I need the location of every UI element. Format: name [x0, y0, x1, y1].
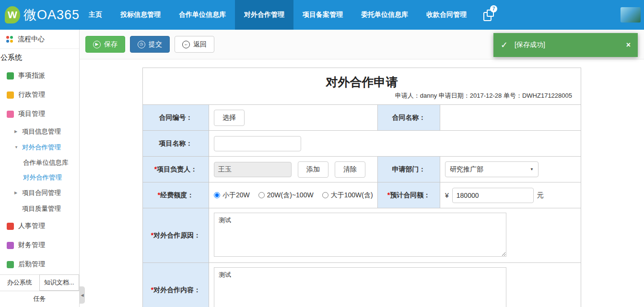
currency-symbol: ¥: [445, 192, 449, 199]
unit-label: 元: [537, 191, 544, 200]
budget-radio-group: 小于20W 20W(含)~100W 大于100W(含): [214, 191, 373, 200]
budget-radio-over-100w[interactable]: [322, 192, 328, 198]
caret-down-icon: ▼: [14, 145, 19, 149]
sidebar-bottom: 办公系统 知识文档... 任务: [0, 274, 79, 307]
sidebar-item-label: 行政管理: [18, 91, 45, 99]
admin-icon: [7, 91, 14, 99]
nav-item-external-cooperation[interactable]: 对外合作管理: [235, 0, 293, 30]
sidebar-item-task-assignment[interactable]: 事项指派: [0, 66, 79, 85]
budget-label-cell: *经费额度：: [143, 182, 209, 208]
reason-label: 对外合作原因：: [153, 231, 200, 239]
department-label-cell: 申请部门：: [378, 157, 440, 182]
leader-input[interactable]: [214, 162, 292, 177]
sidebar-tab-office-system[interactable]: 办公系统: [0, 275, 39, 291]
contract-name-label: 合同名称：: [392, 114, 426, 121]
reason-label-cell: *对外合作原因：: [143, 208, 209, 263]
budget-option-label: 大于100W(含): [331, 191, 373, 200]
sidebar-sub-project-quality[interactable]: 项目质量管理: [0, 201, 79, 216]
department-field-cell: 研究推广部 ▼: [440, 157, 581, 182]
topbar: W 微OA365 主页 投标信息管理 合作单位信息库 对外合作管理 项目备案管理…: [0, 0, 644, 30]
nav-item-label: 投标信息管理: [120, 11, 161, 19]
sidebar-task-panel[interactable]: 任务: [0, 291, 79, 307]
sidebar-item-project[interactable]: 项目管理: [0, 104, 79, 124]
amount-label-cell: *预计合同额：: [378, 182, 440, 208]
sidebar-item-label: 对外合作管理: [22, 143, 61, 152]
nav-item-home[interactable]: 主页: [80, 0, 111, 30]
department-select[interactable]: 研究推广部 ▼: [445, 161, 539, 177]
submit-button-label: 提交: [149, 40, 162, 49]
user-avatar[interactable]: [621, 7, 641, 23]
save-success-toast: ✓ [保存成功] ×: [493, 33, 638, 57]
nav-item-label: 项目备案管理: [303, 11, 343, 19]
sidebar-item-hr[interactable]: 人事管理: [0, 216, 79, 236]
sidebar-sub-project-info[interactable]: ▶ 项目信息管理: [0, 124, 79, 139]
check-icon: ✓: [501, 40, 508, 50]
content-label: 对外合作内容：: [153, 286, 200, 294]
sidebar-tab-knowledge-docs[interactable]: 知识文档...: [39, 274, 80, 291]
sidebar-section-label: 公系统: [0, 53, 22, 62]
notification-badge: 7: [490, 5, 497, 12]
save-button[interactable]: ▶ 保存: [85, 36, 125, 53]
budget-option-label: 20W(含)~100W: [267, 191, 314, 200]
sidebar-subsub-partner-library[interactable]: 合作单位信息库: [0, 155, 79, 170]
form-header-cell: 对外合作申请 申请人：danny 申请日期：2017-12-28 单号：DWHZ…: [143, 68, 581, 105]
leader-label-cell: *项目负责人：: [143, 157, 209, 182]
back-button[interactable]: ← 返回: [175, 36, 214, 53]
project-name-input[interactable]: [214, 136, 301, 151]
sidebar-item-label: 项目管理: [18, 110, 45, 118]
budget-option-under-20w[interactable]: 小于20W: [214, 191, 250, 200]
hr-icon: [7, 223, 14, 230]
contract-name-field-cell: [440, 105, 581, 131]
logo-text: 微OA365: [23, 6, 80, 23]
nav-item-label: 委托单位信息库: [361, 11, 408, 19]
leader-field-cell: 添加 清除: [209, 157, 378, 182]
nav-item-bidding-info[interactable]: 投标信息管理: [111, 0, 170, 30]
caret-right-icon: ▶: [14, 129, 19, 134]
amount-label: 预计合同额：: [390, 191, 430, 199]
logo-icon: W: [5, 6, 20, 23]
department-label: 申请部门：: [392, 165, 426, 173]
sidebar-sub-project-contract[interactable]: ▶ 项目合同管理: [0, 185, 79, 201]
toast-close-icon[interactable]: ×: [626, 41, 631, 49]
amount-input[interactable]: [452, 188, 534, 203]
nav-item-project-filing[interactable]: 项目备案管理: [293, 0, 352, 30]
budget-option-20w-100w[interactable]: 20W(含)~100W: [258, 191, 314, 200]
department-selected-value: 研究推广部: [450, 165, 483, 174]
leader-label: 项目负责人：: [157, 165, 197, 173]
nav-item-label: 合作单位信息库: [179, 11, 226, 19]
sidebar-item-label: 合作单位信息库: [23, 159, 69, 167]
notifications-button[interactable]: 7: [476, 0, 499, 30]
sidebar-item-label: 项目信息管理: [22, 127, 61, 136]
clear-leader-button[interactable]: 清除: [335, 161, 365, 178]
sidebar-subsub-external-cooperation[interactable]: 对外合作管理: [0, 170, 79, 185]
task-assignment-icon: [7, 72, 14, 80]
budget-option-over-100w[interactable]: 大于100W(含): [322, 191, 373, 200]
budget-radio-20w-100w[interactable]: [258, 192, 265, 198]
caret-right-icon: ▶: [14, 191, 19, 195]
budget-radio-under-20w[interactable]: [214, 192, 220, 198]
process-center-icon: [6, 35, 13, 43]
choose-contract-button[interactable]: 选择: [214, 110, 245, 126]
logistics-icon: [7, 261, 14, 268]
sidebar-item-logistics[interactable]: 后勤管理: [0, 255, 79, 274]
nav-item-client-library[interactable]: 委托单位信息库: [352, 0, 417, 30]
sidebar-sub-external-cooperation[interactable]: ▼ 对外合作管理: [0, 139, 79, 155]
form-content-area: 对外合作申请 申请人：danny 申请日期：2017-12-28 单号：DWHZ…: [80, 59, 644, 307]
nav-item-partner-library[interactable]: 合作单位信息库: [170, 0, 235, 30]
content-textarea[interactable]: 测试: [214, 267, 506, 307]
sidebar-item-label: 财务管理: [18, 241, 45, 250]
add-leader-button[interactable]: 添加: [298, 161, 328, 178]
back-icon: ←: [182, 41, 190, 48]
app-logo[interactable]: W 微OA365: [0, 0, 80, 30]
sidebar-item-finance[interactable]: 财务管理: [0, 236, 79, 255]
project-name-label-cell: 项目名称：: [143, 131, 209, 157]
submit-button[interactable]: ◷ 提交: [130, 36, 170, 53]
sidebar-item-admin[interactable]: 行政管理: [0, 85, 79, 104]
reason-textarea[interactable]: 测试: [214, 213, 506, 257]
submit-icon: ◷: [138, 41, 145, 48]
contract-no-label: 合同编号：: [159, 114, 193, 121]
nav-item-receipt-contracts[interactable]: 收款合同管理: [417, 0, 476, 30]
sidebar-item-process-center[interactable]: 流程中心: [0, 30, 79, 49]
sidebar-item-label: 流程中心: [18, 35, 45, 44]
sidebar-collapse-handle[interactable]: ◀: [80, 286, 85, 304]
